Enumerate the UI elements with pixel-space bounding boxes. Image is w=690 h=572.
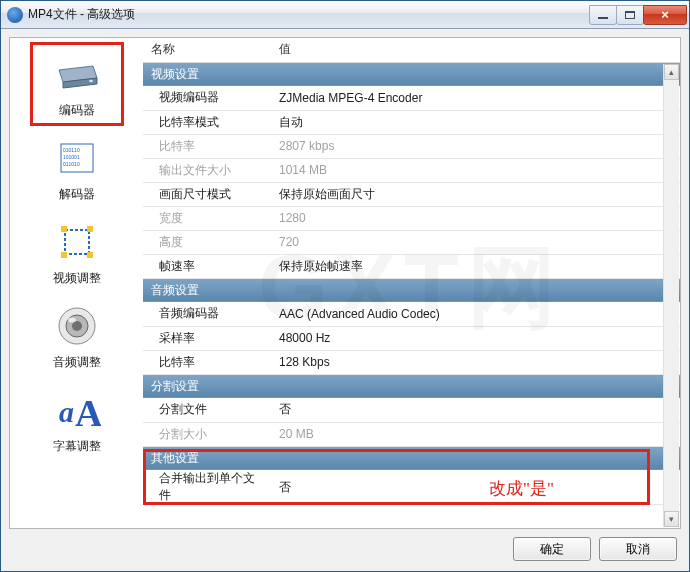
font-icon: aA (53, 386, 101, 434)
property-value: 20 MB (271, 422, 680, 446)
close-button[interactable]: × (643, 5, 687, 25)
window-controls: × (590, 5, 687, 25)
property-value: 1280 (271, 206, 680, 230)
cancel-button[interactable]: 取消 (599, 537, 677, 561)
property-table: 名称 值 视频设置视频编码器ZJMedia MPEG-4 Encoder比特率模… (143, 38, 680, 505)
property-value[interactable]: 保持原始画面尺寸 (271, 182, 680, 206)
property-name: 比特率 (143, 134, 271, 158)
speaker-icon (53, 302, 101, 350)
minimize-button[interactable] (589, 5, 617, 25)
property-row: 宽度1280 (143, 206, 680, 230)
property-name: 输出文件大小 (143, 158, 271, 182)
property-value[interactable]: 否 (271, 470, 680, 505)
property-value[interactable]: 48000 Hz (271, 326, 680, 350)
svg-rect-8 (61, 252, 67, 258)
property-value[interactable]: 保持原始帧速率 (271, 254, 680, 278)
svg-rect-9 (87, 252, 93, 258)
column-header-name[interactable]: 名称 (143, 38, 271, 62)
column-header-value[interactable]: 值 (271, 38, 680, 62)
section-header[interactable]: 其他设置 (143, 446, 680, 470)
svg-text:010110: 010110 (63, 147, 80, 153)
sidebar-item-audio-adjust[interactable]: 音频调整 (30, 294, 124, 378)
sidebar-item-video-adjust[interactable]: 视频调整 (30, 210, 124, 294)
property-value: 720 (271, 230, 680, 254)
main-panel: 编码器 010110101001011010 解码器 视频调整 (9, 37, 681, 529)
property-name: 分割文件 (143, 398, 271, 422)
section-header[interactable]: 视频设置 (143, 62, 680, 86)
client-area: 编码器 010110101001011010 解码器 视频调整 (1, 29, 689, 571)
matrix-icon: 010110101001011010 (53, 134, 101, 182)
sidebar: 编码器 010110101001011010 解码器 视频调整 (10, 38, 143, 528)
svg-text:101001: 101001 (63, 154, 80, 160)
sidebar-item-label: 解码器 (59, 186, 95, 203)
svg-text:A: A (75, 392, 101, 434)
property-value[interactable]: ZJMedia MPEG-4 Encoder (271, 86, 680, 110)
property-value: 1014 MB (271, 158, 680, 182)
property-row: 比特率2807 kbps (143, 134, 680, 158)
sidebar-item-label: 视频调整 (53, 270, 101, 287)
property-row: 输出文件大小1014 MB (143, 158, 680, 182)
annotation-text: 改成"是" (489, 477, 554, 500)
property-value[interactable]: 自动 (271, 110, 680, 134)
app-window: MP4文件 - 高级选项 × 编码器 010110101001011010 (0, 0, 690, 572)
property-row[interactable]: 画面尺寸模式保持原始画面尺寸 (143, 182, 680, 206)
property-name: 音频编码器 (143, 302, 271, 326)
svg-point-13 (68, 317, 76, 322)
dialog-footer: 确定 取消 (9, 535, 681, 563)
svg-rect-5 (65, 230, 89, 254)
property-name: 比特率 (143, 350, 271, 374)
property-name: 帧速率 (143, 254, 271, 278)
property-name: 合并输出到单个文件 (143, 470, 271, 505)
property-row[interactable]: 比特率模式自动 (143, 110, 680, 134)
app-icon (7, 7, 23, 23)
sidebar-item-encoder[interactable]: 编码器 (30, 42, 124, 126)
property-row: 高度720 (143, 230, 680, 254)
svg-rect-6 (61, 226, 67, 232)
property-row[interactable]: 帧速率保持原始帧速率 (143, 254, 680, 278)
section-header[interactable]: 音频设置 (143, 278, 680, 302)
property-row[interactable]: 比特率128 Kbps (143, 350, 680, 374)
titlebar[interactable]: MP4文件 - 高级选项 × (1, 1, 689, 29)
sidebar-item-label: 音频调整 (53, 354, 101, 371)
sidebar-item-label: 字幕调整 (53, 438, 101, 455)
property-value[interactable]: 128 Kbps (271, 350, 680, 374)
scroll-up-button[interactable]: ▴ (664, 64, 679, 80)
property-row[interactable]: 分割文件否 (143, 398, 680, 422)
ok-button[interactable]: 确定 (513, 537, 591, 561)
svg-text:011010: 011010 (63, 161, 80, 167)
property-value[interactable]: 否 (271, 398, 680, 422)
property-row[interactable]: 合并输出到单个文件否 (143, 470, 680, 505)
property-value[interactable]: AAC (Advanced Audio Codec) (271, 302, 680, 326)
property-name: 比特率模式 (143, 110, 271, 134)
sidebar-item-decoder[interactable]: 010110101001011010 解码器 (30, 126, 124, 210)
window-title: MP4文件 - 高级选项 (28, 6, 590, 23)
property-row[interactable]: 音频编码器AAC (Advanced Audio Codec) (143, 302, 680, 326)
svg-point-0 (89, 79, 93, 81)
svg-point-12 (72, 321, 82, 331)
property-row[interactable]: 采样率48000 Hz (143, 326, 680, 350)
property-name: 采样率 (143, 326, 271, 350)
drive-icon (53, 50, 101, 98)
svg-rect-7 (87, 226, 93, 232)
scroll-track[interactable] (664, 80, 679, 511)
maximize-button[interactable] (616, 5, 644, 25)
content-panel: GXT网 名称 值 视频设置视频编码器ZJMedia MPEG-4 Encode… (143, 38, 680, 528)
vertical-scrollbar[interactable]: ▴ ▾ (663, 64, 679, 527)
property-name: 高度 (143, 230, 271, 254)
sidebar-item-subtitle-adjust[interactable]: aA 字幕调整 (30, 378, 124, 462)
property-row: 分割大小20 MB (143, 422, 680, 446)
section-header[interactable]: 分割设置 (143, 374, 680, 398)
property-name: 宽度 (143, 206, 271, 230)
svg-text:a: a (59, 395, 74, 428)
crop-icon (53, 218, 101, 266)
property-name: 分割大小 (143, 422, 271, 446)
property-name: 画面尺寸模式 (143, 182, 271, 206)
scroll-down-button[interactable]: ▾ (664, 511, 679, 527)
property-name: 视频编码器 (143, 86, 271, 110)
sidebar-item-label: 编码器 (59, 102, 95, 119)
property-value: 2807 kbps (271, 134, 680, 158)
property-row[interactable]: 视频编码器ZJMedia MPEG-4 Encoder (143, 86, 680, 110)
